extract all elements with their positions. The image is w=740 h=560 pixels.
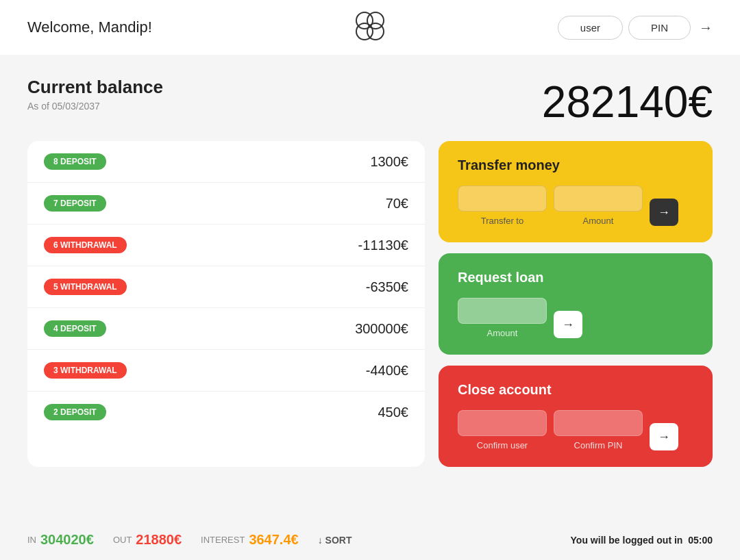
transfer-to-label: Transfer to xyxy=(481,216,523,226)
out-stat: OUT 21880€ xyxy=(113,532,182,548)
close-account-card: Close account Confirm user Confirm PIN → xyxy=(439,366,713,467)
header-actions: user PIN → xyxy=(558,16,713,40)
transfer-amount-input[interactable] xyxy=(554,186,643,212)
footer: IN 304020€ OUT 21880€ INTEREST 3647.4€ ↓… xyxy=(0,520,740,560)
loan-amount-field: Amount xyxy=(458,298,547,338)
confirm-user-field: Confirm user xyxy=(458,410,547,450)
transfer-submit-button[interactable]: → xyxy=(650,199,678,226)
header: Welcome, Mandip! user PIN → xyxy=(0,0,740,55)
transfer-amount-label: Amount xyxy=(583,216,614,226)
close-account-submit-button[interactable]: → xyxy=(650,423,678,450)
logout-timer-value: 05:00 xyxy=(688,535,713,546)
tx-badge: 4 DEPOSIT xyxy=(44,320,106,337)
svg-point-3 xyxy=(367,23,384,40)
pin-button[interactable]: PIN xyxy=(628,16,691,40)
table-row: 2 DEPOSIT 450€ xyxy=(27,392,425,433)
interest-value: 3647.4€ xyxy=(249,532,298,548)
tx-badge: 8 DEPOSIT xyxy=(44,153,106,170)
tx-amount: 300000€ xyxy=(355,321,408,337)
close-account-inputs: Confirm user Confirm PIN → xyxy=(458,410,693,450)
table-row: 4 DEPOSIT 300000€ xyxy=(27,308,425,350)
in-label: IN xyxy=(27,535,36,545)
logo xyxy=(351,7,389,48)
loan-title: Request loan xyxy=(458,270,693,285)
confirm-user-label: Confirm user xyxy=(477,440,528,450)
tx-badge: 7 DEPOSIT xyxy=(44,195,106,212)
transfer-to-field: Transfer to xyxy=(458,186,547,226)
table-row: 7 DEPOSIT 70€ xyxy=(27,183,425,225)
header-arrow-icon[interactable]: → xyxy=(699,20,713,36)
balance-amount: 282140€ xyxy=(542,77,713,127)
transfer-amount-field: Amount xyxy=(554,186,643,226)
tx-amount: -11130€ xyxy=(358,238,408,253)
tx-badge: 2 DEPOSIT xyxy=(44,404,106,420)
user-button[interactable]: user xyxy=(558,16,623,40)
loan-amount-label: Amount xyxy=(487,328,518,338)
transfer-inputs: Transfer to Amount → xyxy=(458,186,693,226)
loan-amount-input[interactable] xyxy=(458,298,547,324)
tx-amount: -6350€ xyxy=(366,279,408,295)
in-value: 304020€ xyxy=(40,532,94,548)
confirm-pin-input[interactable] xyxy=(554,410,643,436)
close-account-title: Close account xyxy=(458,382,693,398)
table-row: 3 WITHDRAWAL -4400€ xyxy=(27,350,425,392)
welcome-text: Welcome, Mandip! xyxy=(27,18,152,36)
table-row: 6 WITHDRAWAL -11130€ xyxy=(27,225,425,266)
tx-badge: 6 WITHDRAWAL xyxy=(44,237,127,253)
tx-amount: 70€ xyxy=(386,196,408,212)
transaction-list: 8 DEPOSIT 1300€ 7 DEPOSIT 70€ 6 WITHDRAW… xyxy=(27,141,425,467)
main-content: 8 DEPOSIT 1300€ 7 DEPOSIT 70€ 6 WITHDRAW… xyxy=(0,141,740,467)
table-row: 5 WITHDRAWAL -6350€ xyxy=(27,266,425,308)
confirm-pin-label: Confirm PIN xyxy=(574,440,623,450)
in-stat: IN 304020€ xyxy=(27,532,94,548)
logout-timer: You will be logged out in 05:00 xyxy=(571,535,713,546)
balance-label: Current balance xyxy=(27,77,163,98)
logout-text: You will be logged out in xyxy=(571,535,683,546)
sort-label[interactable]: ↓ SORT xyxy=(318,535,352,546)
confirm-user-input[interactable] xyxy=(458,410,547,436)
transfer-card: Transfer money Transfer to Amount → xyxy=(439,141,713,242)
loan-card: Request loan Amount → xyxy=(439,253,713,355)
interest-stat: INTEREST 3647.4€ xyxy=(201,532,299,548)
interest-label: INTEREST xyxy=(201,535,245,545)
loan-inputs: Amount → xyxy=(458,298,693,338)
confirm-pin-field: Confirm PIN xyxy=(554,410,643,450)
balance-info: Current balance As of 05/03/2037 xyxy=(27,77,163,112)
tx-badge: 5 WITHDRAWAL xyxy=(44,279,127,295)
tx-badge: 3 WITHDRAWAL xyxy=(44,362,127,379)
right-panel: Transfer money Transfer to Amount → Requ… xyxy=(439,141,713,467)
tx-amount: 450€ xyxy=(378,405,409,420)
transfer-title: Transfer money xyxy=(458,157,693,173)
out-label: OUT xyxy=(113,535,132,545)
transfer-to-input[interactable] xyxy=(458,186,547,212)
out-value: 21880€ xyxy=(136,532,182,548)
tx-amount: -4400€ xyxy=(366,363,408,379)
balance-section: Current balance As of 05/03/2037 282140€ xyxy=(0,55,740,141)
balance-date: As of 05/03/2037 xyxy=(27,101,163,112)
table-row: 8 DEPOSIT 1300€ xyxy=(27,141,425,183)
loan-submit-button[interactable]: → xyxy=(554,311,582,338)
sort-button[interactable]: ↓ SORT xyxy=(318,535,352,546)
tx-amount: 1300€ xyxy=(370,154,408,170)
